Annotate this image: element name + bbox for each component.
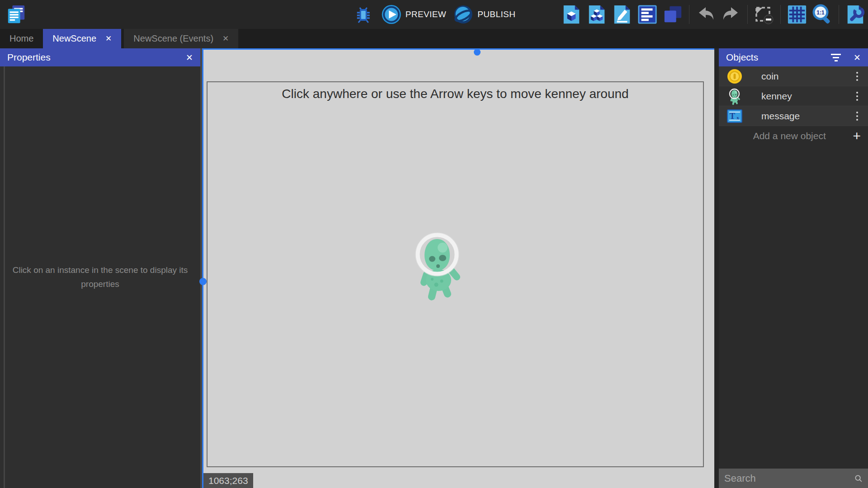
cursor-coordinates-badge: 1063;263 [203, 473, 253, 488]
project-manager-button[interactable] [5, 4, 27, 25]
objects-panel: Objects ✕ coin kenney T [719, 48, 868, 488]
toolbar-divider [780, 5, 781, 24]
close-icon[interactable]: ✕ [186, 52, 193, 63]
scene-properties-icon [561, 4, 582, 25]
instances-list-button[interactable] [637, 4, 658, 25]
project-manager-icon [6, 4, 27, 25]
main-toolbar: PREVIEW PUBLISH [0, 0, 868, 29]
undo-arrow-icon [695, 4, 717, 25]
grid-icon [787, 4, 807, 25]
instances-list-icon [637, 4, 658, 25]
tab-home[interactable]: Home [0, 29, 43, 48]
toolbar-divider [689, 5, 689, 24]
objects-panel-title: Objects [726, 52, 758, 63]
properties-empty-message: Click on an instance in the scene to dis… [3, 263, 198, 291]
objects-cubes-icon [586, 4, 607, 25]
scene-properties-button[interactable] [561, 4, 582, 25]
object-menu-kebab-icon[interactable] [854, 90, 861, 103]
tab-newscene[interactable]: NewScene ✕ [43, 29, 121, 48]
properties-panel: Properties ✕ Click on an instance in the… [0, 48, 200, 488]
scene-instruction-text: Click anywhere or use the Arrow keys to … [208, 87, 703, 101]
objects-search-bar [719, 469, 868, 488]
zoom-1to1-icon: 1:1 [811, 4, 833, 25]
layers-button[interactable] [662, 4, 684, 25]
tab-newscene-events[interactable]: NewScene (Events) ✕ [124, 29, 238, 48]
toolbar-divider [839, 5, 839, 24]
plus-icon: + [853, 129, 861, 143]
object-name: message [761, 111, 854, 122]
object-menu-kebab-icon[interactable] [854, 110, 861, 122]
objects-panel-header: Objects ✕ [719, 48, 868, 66]
object-row-message[interactable]: T x message [719, 106, 868, 126]
text-icon-T: T [730, 112, 735, 121]
object-menu-kebab-icon[interactable] [854, 70, 861, 83]
edit-scene-button[interactable] [611, 4, 633, 25]
editor-settings-button[interactable] [844, 4, 866, 25]
selection-handle-left[interactable] [199, 278, 207, 285]
tab-close-icon[interactable]: ✕ [222, 34, 229, 43]
zoom-ratio-label: 1:1 [816, 9, 825, 16]
scene-canvas[interactable]: Click anywhere or use the Arrow keys to … [202, 48, 714, 488]
text-icon-x: x [736, 115, 739, 120]
filter-icon[interactable] [831, 54, 841, 61]
object-name: kenney [761, 91, 854, 102]
publish-globe-icon [453, 5, 473, 24]
wrench-icon [845, 4, 866, 25]
tab-newscene-events-label: NewScene (Events) [133, 33, 213, 44]
layers-icon [662, 4, 683, 25]
selection-border-top [202, 48, 714, 50]
debug-button[interactable] [353, 4, 374, 25]
preview-button[interactable]: PREVIEW [382, 5, 446, 24]
text-object-icon: T x [726, 108, 743, 125]
clear-selection-button[interactable] [753, 4, 775, 25]
properties-panel-body: Click on an instance in the scene to dis… [0, 66, 200, 488]
add-object-label: Add a new object [726, 131, 853, 141]
close-icon[interactable]: ✕ [854, 52, 861, 63]
properties-panel-header: Properties ✕ [0, 48, 200, 66]
publish-label: PUBLISH [477, 9, 515, 19]
selection-handle-top[interactable] [474, 49, 481, 56]
search-icon[interactable] [854, 473, 863, 484]
tab-close-icon[interactable]: ✕ [105, 34, 112, 43]
tab-newscene-label: NewScene [52, 33, 96, 44]
objects-search-input[interactable] [724, 473, 854, 484]
object-row-coin[interactable]: coin [719, 66, 868, 86]
redo-button[interactable] [720, 4, 742, 25]
coin-icon [726, 68, 743, 85]
objects-editor-button[interactable] [586, 4, 608, 25]
toolbar-divider [747, 5, 748, 24]
add-object-button[interactable]: Add a new object + [719, 126, 868, 146]
tab-home-label: Home [9, 33, 33, 44]
publish-button[interactable]: PUBLISH [453, 5, 515, 24]
editor-tabbar: Home NewScene ✕ NewScene (Events) ✕ [0, 29, 868, 48]
kenney-icon [726, 88, 743, 105]
zoom-original-button[interactable]: 1:1 [811, 4, 833, 25]
undo-button[interactable] [695, 4, 717, 25]
object-name: coin [761, 71, 854, 82]
kenney-instance[interactable] [411, 227, 465, 302]
panel-gap [714, 48, 719, 488]
selection-border-left [202, 48, 203, 488]
object-row-kenney[interactable]: kenney [719, 86, 868, 106]
pencil-icon [612, 4, 632, 25]
deselect-icon [753, 4, 775, 25]
toggle-grid-button[interactable] [786, 4, 808, 25]
preview-label: PREVIEW [406, 9, 446, 19]
redo-arrow-icon [720, 4, 742, 25]
preview-play-icon [382, 5, 401, 24]
debug-bug-icon [354, 5, 373, 23]
properties-panel-title: Properties [7, 52, 51, 63]
